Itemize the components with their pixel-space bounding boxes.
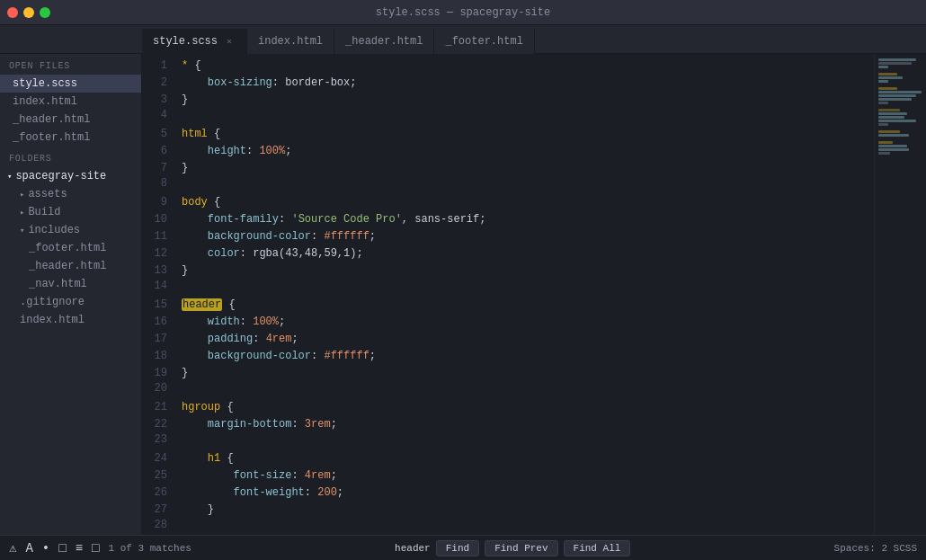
sidebar-file-nav[interactable]: _nav.html [0,275,141,293]
line-content: header { [182,297,236,314]
token: width [182,316,240,328]
code-line-18: 18 background-color: #ffffff; [142,348,874,365]
highlighted-word: header [182,298,222,311]
status-at-icon[interactable]: A [25,541,32,556]
find-button[interactable]: Find [436,540,479,556]
line-number: 23 [142,433,182,446]
chevron-down-icon: ▾ [7,172,12,182]
line-content: h1 { [182,450,234,467]
token: : [246,145,259,157]
line-number: 3 [142,93,182,106]
line-content: html { [182,126,220,143]
line-number: 27 [142,503,182,516]
code-line-12: 12 color: rgba(43,48,59,1); [142,245,874,262]
line-number: 24 [142,452,182,465]
token: 3rem [305,418,331,431]
editor-area: style.scss ✕ index.html _header.html _fo… [142,54,926,535]
code-editor[interactable]: 1* {2 box-sizing: border-box;3}45html {6… [142,54,874,535]
token: } [182,264,188,277]
code-line-21: 21hgroup { [142,399,874,416]
find-prev-button[interactable]: Find Prev [485,540,557,556]
token: 100% [253,316,279,328]
token: { [208,128,220,140]
sidebar-file-style-scss[interactable]: style.scss [0,75,141,93]
code-line-15: 15header { [142,297,874,314]
token: : [305,486,317,499]
line-content: } [182,92,188,109]
chevron-down-icon: ▾ [20,226,24,236]
line-content: color: rgba(43,48,59,1); [182,245,363,262]
folders-label: FOLDERS [0,147,141,167]
token: } [182,162,188,174]
token: : [272,76,285,89]
line-content: height: 100%; [182,143,291,160]
token: : [291,469,304,482]
code-line-6: 6 height: 100%; [142,143,874,160]
token: { [208,196,220,209]
window-controls [7,7,50,18]
token: rgba(43,48,59,1) [253,247,356,260]
token: : [311,350,324,362]
code-line-11: 11 background-color: #ffffff; [142,228,874,245]
token: : [240,247,253,260]
status-lines-icon[interactable]: ≡ [76,541,83,556]
code-line-19: 19} [142,365,874,382]
line-content: body { [182,194,220,211]
status-warning-icon[interactable]: ⚠ [9,540,16,556]
token: { [222,298,235,311]
sidebar-file-gitignore[interactable]: .gitignore [0,293,141,311]
line-content: font-weight: 200; [182,484,343,502]
line-number: 1 [142,59,182,72]
folder-name: assets [28,188,67,200]
token: : [291,418,304,431]
code-line-24: 24 h1 { [142,450,874,467]
maximize-button[interactable] [40,7,50,18]
line-number: 4 [142,109,182,121]
sidebar-file-footer-html[interactable]: _footer.html [0,129,141,147]
status-dot-icon[interactable]: • [42,541,49,556]
folder-spacegray-site[interactable]: ▾ spacegray-site [0,167,141,185]
line-content: * { [182,58,201,75]
status-square-icon[interactable]: □ [92,541,99,556]
code-line-5: 5html { [142,126,874,143]
token: { [220,401,233,413]
token: height [182,145,246,157]
status-box-icon[interactable]: □ [58,541,66,556]
minimap-content [875,54,926,163]
sidebar-file-index-html[interactable]: index.html [0,93,141,111]
token: 4rem [266,333,292,345]
token: { [194,59,200,72]
line-content: } [182,160,188,177]
open-files-label: OPEN FILES [0,54,141,75]
line-content: box-sizing: border-box; [182,75,356,92]
token: color [182,247,240,260]
token: : [279,213,291,226]
code-line-10: 10 font-family: 'Source Code Pro', sans-… [142,211,874,228]
code-line-28: 28 [142,519,874,535]
sidebar-file-header[interactable]: _header.html [0,257,141,275]
sidebar-file-footer[interactable]: _footer.html [0,239,141,257]
line-number: 26 [142,486,182,499]
code-line-26: 26 font-weight: 200; [142,484,874,502]
sidebar-file-index[interactable]: index.html [0,311,141,329]
chevron-right-icon: ▸ [20,208,24,218]
token: : [253,333,265,345]
find-search-term[interactable]: header [395,543,431,554]
line-content: font-size: 4rem; [182,467,337,484]
folder-build[interactable]: ▸ Build [0,203,141,221]
code-line-9: 9body { [142,194,874,211]
line-number: 15 [142,298,182,311]
line-number: 12 [142,247,182,260]
folder-includes[interactable]: ▾ includes [0,221,141,239]
token: #ffffff [324,230,369,243]
match-count: 1 of 3 matches [108,543,191,554]
folder-assets[interactable]: ▸ assets [0,185,141,203]
minimize-button[interactable] [23,7,34,18]
sidebar-file-header-html[interactable]: _header.html [0,111,141,129]
find-all-button[interactable]: Find All [564,540,631,556]
token: { [220,452,233,465]
folder-name: includes [28,224,80,236]
code-line-23: 23 [142,433,874,450]
token: border-box [285,76,350,89]
close-button[interactable] [7,7,18,18]
